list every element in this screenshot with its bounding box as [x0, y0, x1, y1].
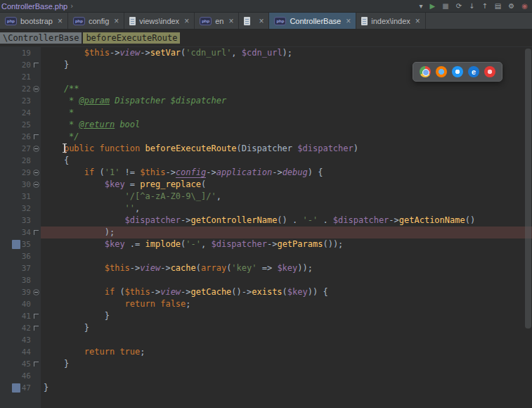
code-line[interactable]: 34 ); — [0, 227, 532, 238]
close-icon[interactable]: × — [114, 17, 119, 25]
code-line[interactable]: 26 */ — [0, 131, 532, 143]
code-line[interactable]: 22 /** — [0, 83, 532, 95]
code-line[interactable]: 30 $key = preg_replace( — [0, 179, 532, 191]
scrollbar-thumb[interactable] — [525, 49, 531, 329]
code-line[interactable]: 29 if ('1' != $this->config->application… — [0, 167, 532, 179]
fold-indicator[interactable] — [32, 310, 41, 322]
code-token: '-' — [186, 239, 201, 249]
fold-indicator[interactable] — [32, 83, 41, 95]
code-token: function — [100, 144, 141, 153]
code-line[interactable]: 42 } — [0, 322, 532, 334]
tab-config[interactable]: phpconfig× — [68, 13, 124, 29]
code-line[interactable]: 31 '/[^a-zA-Z0-9\_]/', — [0, 191, 532, 203]
code-line[interactable]: 37 $this->view->cache(array('key' => $ke… — [0, 262, 532, 274]
code-line[interactable]: 28 { — [0, 155, 532, 167]
fold-indicator[interactable] — [32, 179, 41, 191]
run-config-selector-icon[interactable]: ▾ — [419, 3, 422, 10]
fold-indicator[interactable] — [32, 227, 41, 238]
code-editor[interactable]: 19 $this->view->setVar('cdn_url', $cdn_u… — [0, 47, 532, 408]
fold-indicator[interactable] — [32, 167, 41, 179]
vertical-scrollbar[interactable] — [524, 47, 532, 408]
code-token: array — [201, 263, 226, 273]
code-line[interactable]: 32 '', — [0, 203, 532, 215]
code-line[interactable]: 43 — [0, 334, 532, 346]
code-line[interactable]: 41 } — [0, 310, 532, 322]
gutter: 44 — [0, 346, 41, 358]
fold-indicator[interactable] — [32, 143, 41, 155]
tab-views-index[interactable]: views\index× — [124, 13, 195, 29]
tab-index-index[interactable]: index\index× — [356, 13, 426, 29]
upload-icon[interactable]: ↑ — [481, 3, 487, 10]
close-icon[interactable]: × — [346, 17, 351, 25]
run-icon[interactable]: ▶ — [430, 3, 436, 10]
code-line[interactable]: 23 * @param Dispatcher $dispatcher — [0, 95, 532, 107]
code-token: if — [105, 287, 115, 297]
code-line[interactable]: 19 $this->view->setVar('cdn_url', $cdn_u… — [0, 47, 532, 59]
code-token: , — [216, 191, 221, 201]
fold-indicator[interactable] — [32, 358, 41, 370]
tab-controllerbase[interactable]: phpControllerBase× — [269, 13, 356, 29]
code-token — [44, 287, 105, 297]
line-number: 29 — [22, 168, 32, 177]
gutter: 38 — [0, 274, 41, 286]
line-number: 24 — [22, 108, 32, 117]
code-text: * — [41, 107, 532, 119]
code-token: implode — [145, 239, 181, 249]
settings-icon[interactable]: ⚙ — [508, 3, 514, 10]
code-token: $dispatcher — [297, 144, 353, 153]
ie-icon[interactable]: e — [468, 66, 479, 77]
opera-icon[interactable] — [484, 66, 495, 77]
close-icon[interactable]: × — [184, 17, 189, 25]
fold-indicator[interactable] — [32, 59, 41, 71]
code-token: $dispatcher — [125, 215, 181, 225]
code-token: view — [119, 48, 140, 58]
chrome-icon[interactable] — [420, 66, 431, 77]
gutter: 45 — [0, 358, 41, 370]
code-token: * — [44, 96, 79, 106]
code-line[interactable]: 25 * @return bool — [0, 119, 532, 131]
structure-icon[interactable]: ▤ — [495, 3, 501, 10]
code-line[interactable]: 46 — [0, 370, 532, 382]
code-line[interactable]: 45 } — [0, 358, 532, 370]
code-token: return — [125, 299, 155, 309]
gutter: 32 — [0, 203, 41, 215]
sync-icon[interactable]: ⟳ — [456, 3, 462, 10]
close-icon[interactable]: × — [259, 17, 264, 25]
breadcrumb-method-chip[interactable]: beforeExecuteRoute — [83, 32, 180, 44]
code-text — [41, 370, 532, 382]
stop-icon[interactable]: ■ — [442, 3, 448, 10]
code-line[interactable]: 36 — [0, 250, 532, 262]
code-token: bool — [115, 120, 140, 129]
code-line[interactable]: 33 $dispatcher->getControllerName() . '-… — [0, 215, 532, 227]
code-line[interactable]: 38 — [0, 274, 532, 286]
fold-spacer — [32, 71, 41, 83]
code-text: $this->view->cache(array('key' => $key))… — [41, 262, 532, 274]
code-line[interactable]: 40 return false; — [0, 298, 532, 310]
firefox-icon[interactable] — [436, 66, 447, 77]
close-icon[interactable]: × — [415, 17, 420, 25]
code-token: $key — [105, 239, 125, 249]
download-icon[interactable]: ↓ — [469, 3, 474, 10]
code-line[interactable]: 24 * — [0, 107, 532, 119]
tab-untitled[interactable]: × — [239, 13, 269, 29]
code-line[interactable]: 27 public function beforeExecuteRoute(Di… — [0, 143, 532, 155]
safari-icon[interactable] — [452, 66, 463, 77]
code-line[interactable]: 35 $key .= implode('-', $dispatcher->get… — [0, 238, 532, 250]
record-icon[interactable]: ◉ — [521, 3, 528, 10]
fold-indicator[interactable] — [32, 286, 41, 298]
code-token: -> — [160, 263, 170, 273]
tab-bootstrap[interactable]: phpbootstrap× — [0, 13, 68, 29]
code-text: */ — [41, 131, 532, 143]
close-icon[interactable]: × — [58, 17, 63, 25]
fold-indicator[interactable] — [32, 322, 41, 334]
fold-indicator[interactable] — [32, 131, 41, 143]
code-token — [44, 239, 105, 249]
close-icon[interactable]: × — [228, 17, 233, 25]
code-text: if ($this->view->getCache()->exists($key… — [41, 286, 532, 298]
tab-en[interactable]: phpen× — [195, 13, 239, 29]
open-in-browser-toolbar: e — [413, 62, 502, 82]
code-line[interactable]: 39 if ($this->view->getCache()->exists($… — [0, 286, 532, 298]
code-line[interactable]: 44 return true; — [0, 346, 532, 358]
breadcrumb-class-chip[interactable]: \ControllerBase — [0, 32, 82, 44]
code-line[interactable]: 47} — [0, 382, 532, 394]
